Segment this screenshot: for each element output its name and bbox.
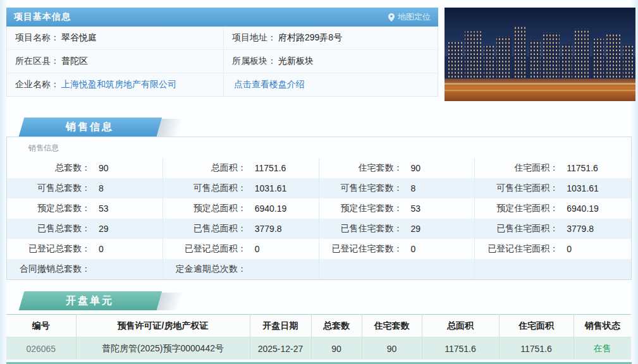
stat-label: 已登记住宅套数：: [319, 243, 403, 255]
stat-label: 可售住宅套数：: [319, 183, 403, 194]
units-column-header: 销售状态: [574, 315, 631, 337]
stat-value: 53: [99, 203, 109, 214]
unit-data-cell: 90: [362, 337, 422, 360]
info-value: 翠谷悦庭: [61, 32, 97, 44]
info-label: 企业名称：: [15, 79, 59, 90]
stat-cell: 已售总套数：29: [7, 219, 163, 239]
info-link[interactable]: 点击查看楼盘介绍: [234, 79, 305, 90]
stat-value: 90: [99, 163, 109, 173]
stat-label: 已售住宅套数：: [319, 223, 403, 234]
stat-value: 90: [411, 163, 421, 173]
stats-row: 已登记总套数：0已登记总面积：0已登记住宅套数：0已登记住宅面积：0: [7, 239, 631, 259]
stat-label: 总面积：: [163, 162, 247, 174]
basic-info-grid: 项目名称：翠谷悦庭项目地址：府村路299弄8号所在区县：普陀区所属板块：光新板块…: [6, 27, 438, 97]
stat-label: 已售住宅面积：: [475, 223, 558, 234]
sales-stats-grid: 总套数：90总面积：11751.6住宅套数：90住宅面积：11751.6可售总套…: [7, 158, 631, 279]
stat-cell: 住宅套数：90: [319, 158, 475, 178]
stat-cell: [475, 259, 631, 279]
stat-value: 11751.6: [255, 163, 286, 173]
info-row-3-left: 企业名称：上海悦盈和筑房地产有限公司: [7, 73, 223, 96]
stats-row: 合同撤销总套数：定金逾期总次数：: [7, 259, 631, 279]
stat-cell: 可售住宅面积：1031.61: [475, 178, 631, 198]
basic-info-panel: 项目基本信息 地图定位 项目名称：翠谷悦庭项目地址：府村路299弄8号所在区县：…: [6, 8, 438, 101]
units-column-header: 住宅面积: [499, 315, 574, 337]
stat-label: 已登记总面积：: [163, 243, 247, 255]
stat-label: 总套数：: [7, 162, 90, 174]
stat-cell: 预定住宅套数：53: [319, 198, 475, 219]
stat-label: 住宅套数：: [319, 162, 403, 174]
stat-label: 可售总面积：: [163, 183, 247, 194]
stat-value: 6940.19: [255, 203, 287, 214]
stat-label: 已登记总套数：: [7, 243, 90, 255]
basic-info-title: 项目基本信息: [14, 11, 71, 23]
units-column-header: 预售许可证/房地产权证: [76, 315, 250, 337]
stat-cell: [319, 259, 475, 279]
stat-value: 29: [99, 224, 109, 234]
map-locate-label: 地图定位: [398, 11, 431, 23]
map-locate-link[interactable]: 地图定位: [388, 11, 431, 23]
stat-cell: 总面积：11751.6: [163, 158, 319, 178]
stat-value: 0: [567, 244, 572, 254]
page: 项目基本信息 地图定位 项目名称：翠谷悦庭项目地址：府村路299弄8号所在区县：…: [0, 0, 638, 364]
unit-data-cell: 11751.6: [422, 337, 499, 360]
units-column-header: 总面积: [422, 315, 499, 337]
stat-cell: 合同撤销总套数：: [7, 259, 163, 279]
stats-row: 已售总套数：29已售总面积：3779.8已售住宅套数：29已售住宅面积：3779…: [7, 219, 631, 239]
units-header-row: 编号预售许可证/房地产权证开盘日期总套数住宅套数总面积住宅面积销售状态: [6, 315, 631, 337]
sales-info-tab-title: 销售信息: [66, 121, 114, 134]
stat-cell: 已登记总面积：0: [163, 239, 319, 259]
stat-value: 6940.19: [567, 203, 599, 214]
stat-cell: 总套数：90: [7, 158, 163, 178]
stat-label: 预定总面积：: [163, 203, 247, 214]
unit-data-cell: 11751.6: [499, 337, 574, 360]
units-column-header: 总套数: [311, 315, 362, 337]
stat-label: 可售住宅面积：: [475, 183, 558, 194]
stats-row: 预定总套数：53预定总面积：6940.19预定住宅套数：53预定住宅面积：694…: [7, 198, 631, 219]
stat-label: 预定总套数：: [7, 203, 90, 214]
info-value: 普陀区: [61, 56, 88, 67]
basic-info-section: 项目基本信息 地图定位 项目名称：翠谷悦庭项目地址：府村路299弄8号所在区县：…: [0, 0, 638, 101]
stat-cell: 已登记住宅面积：0: [475, 239, 631, 259]
stat-cell: 可售住宅套数：8: [319, 178, 475, 198]
stat-cell: 预定总套数：53: [7, 198, 163, 219]
stat-cell: 定金逾期总次数：: [163, 259, 319, 279]
units-data-row: 026065普陀房管(2025)预字0000442号2025-12-279090…: [6, 337, 631, 360]
stat-label: 住宅面积：: [475, 162, 558, 174]
map-pin-icon: [388, 13, 395, 21]
stat-cell: 已售住宅套数：29: [319, 219, 475, 239]
units-column-header: 开盘日期: [250, 315, 311, 337]
info-label: 项目地址：: [232, 32, 276, 44]
unit-data-cell: 2025-12-27: [250, 337, 311, 360]
stat-value: 8: [99, 183, 104, 193]
sale-status-cell[interactable]: 在售: [574, 337, 631, 360]
stat-label: 已售总套数：: [7, 223, 90, 234]
opening-units-table: 编号预售许可证/房地产权证开盘日期总套数住宅套数总面积住宅面积销售状态 0260…: [6, 314, 631, 360]
stat-value: 3779.8: [567, 224, 594, 234]
stat-value: 1031.61: [567, 183, 599, 193]
stat-label: 已登记住宅面积：: [475, 243, 558, 255]
stat-value: 11751.6: [567, 163, 598, 173]
stat-value: 3779.8: [255, 224, 282, 234]
tab-opening-units: 开盘单元: [18, 291, 162, 310]
opening-units-table-body: 026065普陀房管(2025)预字0000442号2025-12-279090…: [6, 337, 631, 360]
sales-info-box-title: 销售信息: [7, 137, 631, 158]
stat-label: 已售总面积：: [163, 223, 247, 234]
opening-units-table-header: 编号预售许可证/房地产权证开盘日期总套数住宅套数总面积住宅面积销售状态: [6, 315, 631, 337]
stat-value: 0: [99, 244, 104, 254]
info-row-3-right: 点击查看楼盘介绍: [223, 73, 438, 96]
stat-value: 29: [411, 224, 421, 234]
basic-info-header: 项目基本信息 地图定位: [6, 8, 438, 27]
stat-cell: 住宅面积：11751.6: [475, 158, 631, 178]
stat-cell: 已售住宅面积：3779.8: [475, 219, 631, 239]
stat-label: 合同撤销总套数：: [7, 264, 90, 275]
stat-value: 8: [411, 183, 416, 193]
stat-cell: 已登记住宅套数：0: [319, 239, 475, 259]
stats-row: 可售总套数：8可售总面积：1031.61可售住宅套数：8可售住宅面积：1031.…: [7, 178, 631, 198]
info-value: 光新板块: [278, 56, 314, 67]
sales-info-box: 销售信息 总套数：90总面积：11751.6住宅套数：90住宅面积：11751.…: [6, 136, 632, 280]
tab-sales-info: 销售信息: [18, 118, 162, 136]
info-link[interactable]: 上海悦盈和筑房地产有限公司: [61, 79, 176, 90]
stat-value: 0: [411, 244, 416, 254]
stat-cell: 已售总面积：3779.8: [163, 219, 319, 239]
stat-value: 0: [255, 244, 260, 254]
